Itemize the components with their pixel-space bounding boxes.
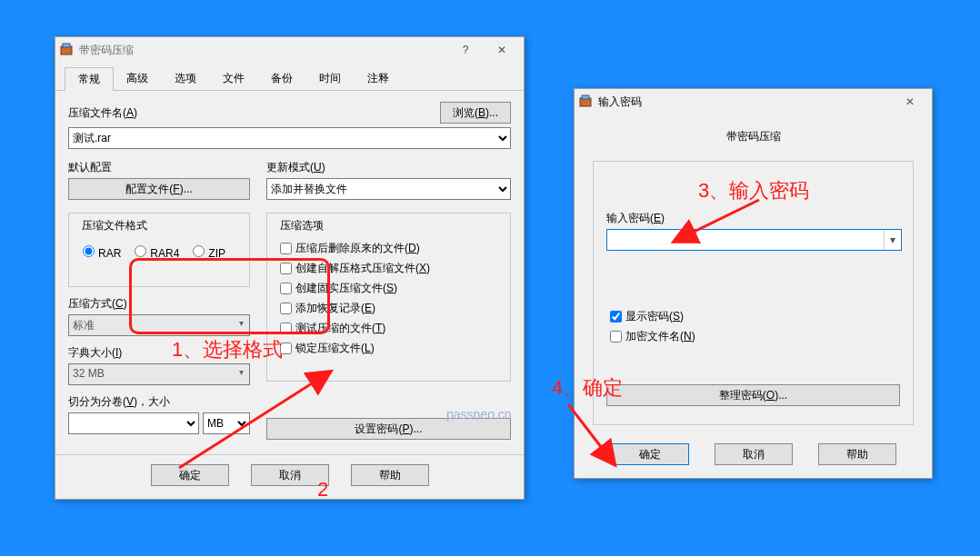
pw-help-button[interactable]: 帮助 — [818, 443, 896, 465]
chk-show-password[interactable] — [610, 311, 622, 323]
default-profile-label: 默认配置 — [68, 160, 250, 175]
update-mode-label: 更新模式(U) — [266, 160, 511, 175]
pw-group: 输入密码(E) ▾ 显示密码(S) 加密文件名(N) 整理密码(O)... — [593, 161, 914, 425]
method-label: 压缩方式(C) — [68, 296, 250, 312]
cancel-button[interactable]: 取消 — [251, 464, 329, 486]
rar-icon — [59, 43, 74, 57]
pw-title: 输入密码 — [598, 94, 642, 110]
rar-icon — [578, 94, 593, 109]
tab-general[interactable]: 常规 — [65, 67, 114, 91]
filename-label: 压缩文件名(A) — [68, 105, 431, 121]
tab-time[interactable]: 时间 — [305, 66, 355, 90]
split-unit-select[interactable]: MB — [203, 412, 250, 434]
chk-encrypt-names[interactable] — [610, 331, 622, 343]
filename-input[interactable]: 测试.rar — [68, 127, 511, 149]
enter-password-label: 输入密码(E) — [606, 211, 900, 226]
svg-rect-3 — [582, 95, 589, 99]
split-label: 切分为分卷(V)，大小 — [68, 394, 250, 410]
split-size-input[interactable] — [68, 412, 199, 434]
main-footer: 确定 取消 帮助 — [55, 454, 524, 499]
radio-rar4[interactable]: RAR4 — [130, 243, 179, 260]
main-dialog: 带密码压缩 ? ✕ 常规 高级 选项 文件 备份 时间 注释 压缩文件名(A) … — [55, 36, 525, 500]
help-icon[interactable]: ? — [447, 39, 484, 61]
tab-files[interactable]: 文件 — [209, 66, 258, 90]
svg-rect-1 — [63, 44, 70, 47]
watermark: passneo.cn — [446, 407, 512, 422]
tab-advanced[interactable]: 高级 — [113, 66, 162, 90]
chk-recovery[interactable] — [280, 303, 292, 314]
general-panel: 压缩文件名(A) 浏览(B)... 测试.rar 默认配置 配置文件(F)...… — [55, 91, 524, 449]
tab-comment[interactable]: 注释 — [354, 66, 403, 90]
pw-ok-button[interactable]: 确定 — [611, 443, 689, 465]
chk-delete-after[interactable] — [280, 243, 292, 254]
pw-cancel-button[interactable]: 取消 — [715, 443, 793, 465]
pw-subtitle: 带密码压缩 — [575, 114, 932, 152]
password-input[interactable]: ▾ — [606, 229, 902, 251]
tab-backup[interactable]: 备份 — [257, 66, 306, 90]
update-mode-select[interactable]: 添加并替换文件 — [266, 178, 511, 200]
close-icon[interactable]: ✕ — [892, 91, 928, 113]
options-legend: 压缩选项 — [276, 218, 327, 233]
main-titlebar: 带密码压缩 ? ✕ — [55, 37, 524, 63]
dict-label: 字典大小(I) — [68, 345, 250, 361]
ok-button[interactable]: 确定 — [151, 464, 229, 486]
tab-options[interactable]: 选项 — [161, 66, 210, 90]
pw-footer: 确定 取消 帮助 — [575, 434, 932, 478]
format-group: 压缩文件格式 RAR RAR4 ZIP — [68, 213, 250, 287]
chk-sfx[interactable] — [280, 263, 292, 274]
chk-solid[interactable] — [280, 283, 292, 294]
chk-lock[interactable] — [280, 343, 292, 354]
browse-button[interactable]: 浏览(B)... — [440, 102, 511, 124]
radio-zip[interactable]: ZIP — [188, 243, 225, 260]
help-button[interactable]: 帮助 — [351, 464, 429, 486]
tabstrip: 常规 高级 选项 文件 备份 时间 注释 — [55, 66, 524, 91]
format-legend: 压缩文件格式 — [78, 218, 151, 233]
dict-select[interactable]: 32 MB — [68, 363, 250, 385]
main-title: 带密码压缩 — [79, 43, 134, 58]
radio-rar[interactable]: RAR — [78, 243, 121, 260]
close-icon[interactable]: ✕ — [484, 39, 520, 61]
profile-button[interactable]: 配置文件(F)... — [68, 178, 250, 200]
options-group: 压缩选项 压缩后删除原来的文件(D) 创建自解压格式压缩文件(X) 创建固实压缩… — [266, 213, 511, 382]
organize-passwords-button[interactable]: 整理密码(O)... — [606, 384, 900, 406]
method-select[interactable]: 标准 — [68, 314, 250, 336]
chevron-down-icon[interactable]: ▾ — [884, 230, 901, 250]
pw-titlebar: 输入密码 ✕ — [575, 89, 932, 114]
password-dialog: 输入密码 ✕ 带密码压缩 输入密码(E) ▾ 显示密码(S) 加密文件名(N) … — [574, 88, 933, 479]
chk-test[interactable] — [280, 323, 292, 334]
